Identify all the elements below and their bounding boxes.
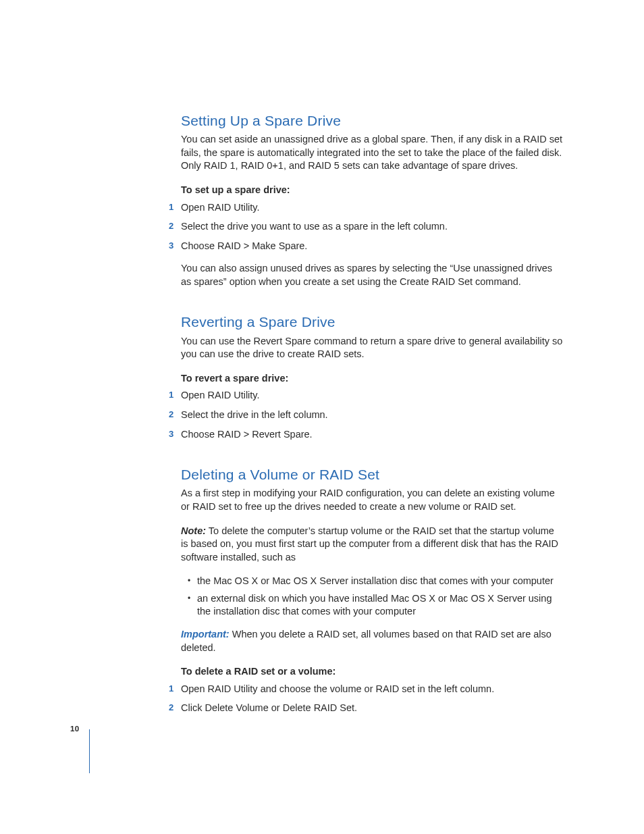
intro-text: As a first step in modifying your RAID c… xyxy=(181,487,563,513)
step-number: 2 xyxy=(169,409,173,421)
important-body: When you delete a RAID set, all volumes … xyxy=(181,629,552,653)
bullet-list: the Mac OS X or Mac OS X Server installa… xyxy=(181,575,563,619)
step-item: 3Choose RAID > Make Spare. xyxy=(181,240,563,253)
step-item: 2Click Delete Volume or Delete RAID Set. xyxy=(181,702,563,715)
step-number: 1 xyxy=(169,201,173,213)
step-number: 2 xyxy=(169,220,173,232)
bullet-item: an external disk on which you have insta… xyxy=(189,592,563,619)
steps-list: 1Open RAID Utility. 2Select the drive in… xyxy=(181,389,563,441)
section-deleting-volume: Deleting a Volume or RAID Set As a first… xyxy=(181,465,563,715)
step-item: 1Open RAID Utility. xyxy=(181,389,563,402)
important-label: Important: xyxy=(181,629,230,640)
step-item: 2Select the drive you want to use as a s… xyxy=(181,220,563,234)
heading-setting-up-spare: Setting Up a Spare Drive xyxy=(181,111,563,130)
note-body: To delete the computer’s startup volume … xyxy=(181,525,558,563)
step-text: Open RAID Utility. xyxy=(181,390,260,400)
step-number: 1 xyxy=(169,389,173,401)
step-text: Open RAID Utility and choose the volume … xyxy=(181,683,494,694)
step-text: Choose RAID > Revert Spare. xyxy=(181,429,313,440)
intro-text: You can set aside an unassigned drive as… xyxy=(181,133,563,173)
heading-reverting-spare: Reverting a Spare Drive xyxy=(181,313,563,332)
page-content: Setting Up a Spare Drive You can set asi… xyxy=(0,0,644,715)
important-paragraph: Important: When you delete a RAID set, a… xyxy=(181,628,563,654)
step-item: 1Open RAID Utility and choose the volume… xyxy=(181,683,563,696)
step-number: 2 xyxy=(169,702,173,714)
step-text: Click Delete Volume or Delete RAID Set. xyxy=(181,702,357,713)
task-heading: To delete a RAID set or a volume: xyxy=(181,665,563,679)
note-paragraph: Note: To delete the computer’s startup v… xyxy=(181,525,563,565)
step-item: 2Select the drive in the left column. xyxy=(181,409,563,422)
step-number: 3 xyxy=(169,240,173,252)
steps-list: 1Open RAID Utility and choose the volume… xyxy=(181,683,563,715)
note-label: Note: xyxy=(181,525,206,536)
step-item: 1Open RAID Utility. xyxy=(181,201,563,215)
step-text: Choose RAID > Make Spare. xyxy=(181,240,307,251)
section-reverting-spare: Reverting a Spare Drive You can use the … xyxy=(181,313,563,441)
steps-list: 1Open RAID Utility. 2Select the drive yo… xyxy=(181,201,563,253)
page-number: 10 xyxy=(70,725,79,733)
section-setting-up-spare: Setting Up a Spare Drive You can set asi… xyxy=(181,111,563,288)
intro-text: You can use the Revert Spare command to … xyxy=(181,335,563,361)
task-heading: To revert a spare drive: xyxy=(181,372,563,386)
footer-rule xyxy=(89,729,90,773)
step-text: Select the drive you want to use as a sp… xyxy=(181,221,448,232)
heading-deleting-volume: Deleting a Volume or RAID Set xyxy=(181,465,563,484)
task-heading: To set up a spare drive: xyxy=(181,184,563,197)
step-item: 3Choose RAID > Revert Spare. xyxy=(181,428,563,442)
step-number: 3 xyxy=(169,428,173,440)
bullet-item: the Mac OS X or Mac OS X Server installa… xyxy=(189,575,563,588)
after-text: You can also assign unused drives as spa… xyxy=(181,262,563,288)
step-number: 1 xyxy=(169,683,173,695)
step-text: Open RAID Utility. xyxy=(181,202,260,213)
step-text: Select the drive in the left column. xyxy=(181,409,328,420)
